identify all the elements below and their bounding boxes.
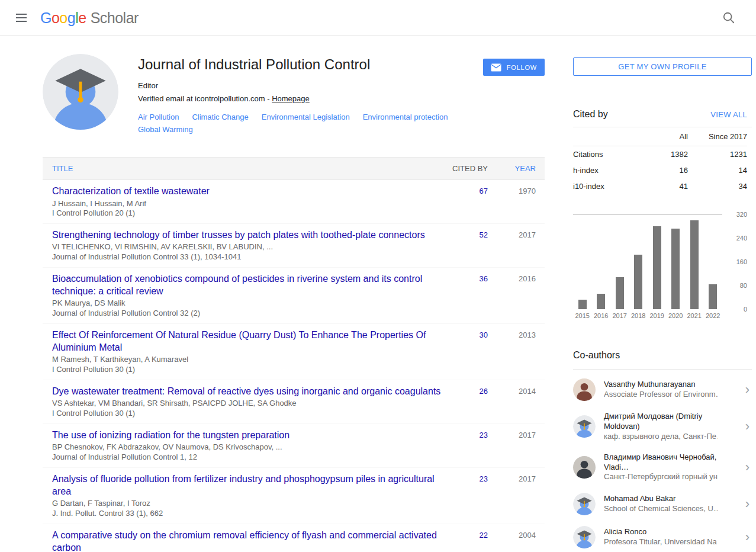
publication-title-link[interactable]: Characterization of textile wastewater	[52, 185, 443, 197]
coauthor-item[interactable]: Mohamad Abu Bakar School of Chemical Sci…	[573, 487, 752, 521]
google-scholar-logo[interactable]: Google Scholar	[40, 9, 139, 27]
sort-by-title[interactable]: TITLE	[52, 164, 443, 173]
publication-main: Characterization of textile wastewater J…	[52, 185, 449, 219]
stat-label: i10-index	[573, 182, 646, 191]
profile-name: Journal of Industrial Pollution Control	[138, 56, 483, 73]
chevron-right-icon: ›	[745, 383, 749, 396]
chart-bar[interactable]	[597, 294, 605, 309]
publication-authors: VI TELICHENKO, VI RIMSHIN, AV KARELSKII,…	[52, 242, 443, 252]
publication-main: Strengthening technology of timber truss…	[52, 229, 449, 262]
coauthor-avatar	[573, 378, 596, 401]
chart-y-label: 0	[744, 306, 747, 313]
coauthor-name[interactable]: Дмитрий Молдован (Dmitriy Moldovan)	[604, 412, 718, 432]
publication-row: Strengthening technology of timber truss…	[43, 224, 545, 268]
coauthor-item[interactable]: Дмитрий Молдован (Dmitriy Moldovan) каф.…	[573, 406, 752, 447]
coauthors-list: Vasanthy Muthunarayanan Associate Profes…	[573, 370, 752, 552]
menu-icon[interactable]	[9, 6, 33, 30]
homepage-link[interactable]: Homepage	[272, 94, 310, 103]
coauthor-name[interactable]: Vasanthy Muthunarayanan	[604, 380, 718, 390]
search-icon[interactable]	[718, 7, 739, 28]
coauthor-info: Владимир Иванович Чернобай, Vladi… Санкт…	[604, 452, 718, 483]
cited-by-count[interactable]: 36	[449, 272, 488, 319]
coauthor-info: Дмитрий Молдован (Dmitriy Moldovan) каф.…	[604, 412, 718, 442]
cited-by-count[interactable]: 23	[449, 429, 488, 463]
coauthor-name[interactable]: Владимир Иванович Чернобай, Vladi…	[604, 452, 718, 473]
publication-year: 1970	[488, 185, 536, 219]
coauthor-info: Vasanthy Muthunarayanan Associate Profes…	[604, 380, 718, 400]
chart-bar[interactable]	[616, 277, 624, 309]
cited-by-count[interactable]: 67	[449, 185, 488, 219]
stat-value-since[interactable]: 14	[688, 166, 747, 175]
chart-bar-slot	[592, 294, 611, 309]
interest-tag[interactable]: Environmental Legislation	[262, 111, 350, 124]
follow-button[interactable]: FOLLOW	[483, 59, 545, 76]
chart-bar[interactable]	[709, 284, 717, 309]
verified-email: Verified email at icontrolpollution.com …	[138, 94, 483, 103]
publication-venue: J. Ind. Pollut. Control 33 (1), 662	[52, 509, 443, 519]
chart-bar[interactable]	[653, 226, 661, 309]
interest-tag[interactable]: Environmental protection	[363, 111, 448, 124]
stat-value-since[interactable]: 1231	[688, 150, 747, 159]
stats-row-citations: Citations 1382 1231	[573, 146, 747, 162]
coauthor-affiliation: Санкт-Петербургский горный ун…	[604, 472, 718, 482]
sort-by-year[interactable]: YEAR	[488, 164, 536, 173]
view-all-link[interactable]: VIEW ALL	[710, 110, 747, 119]
chart-x-label: 2021	[685, 312, 704, 319]
stat-value-all[interactable]: 16	[646, 166, 688, 175]
interest-tag[interactable]: Climatic Change	[192, 111, 248, 124]
get-my-own-profile-button[interactable]: GET MY OWN PROFILE	[573, 57, 752, 76]
coauthor-name[interactable]: Mohamad Abu Bakar	[604, 494, 718, 504]
chart-bar[interactable]	[578, 300, 587, 309]
publication-title-link[interactable]: Analysis of fluoride pollution from fert…	[52, 473, 443, 498]
publication-title-link[interactable]: Bioaccumulation of xenobiotics compound …	[52, 272, 443, 297]
publication-row: Dye wastewater treatment: Removal of rea…	[43, 380, 545, 424]
logo-letter: o	[59, 9, 67, 26]
chart-main: 20152016201720182019202020212022	[573, 214, 722, 319]
cited-by-count[interactable]: 22	[449, 529, 488, 552]
logo-letter: e	[78, 9, 86, 26]
interest-tag[interactable]: Air Pollution	[138, 111, 179, 124]
sort-by-cited[interactable]: CITED BY	[443, 164, 488, 173]
cited-by-count[interactable]: 26	[449, 385, 488, 419]
chevron-right-icon: ›	[745, 531, 749, 544]
publication-main: Analysis of fluoride pollution from fert…	[52, 473, 449, 519]
publication-title-link[interactable]: Strengthening technology of timber truss…	[52, 229, 443, 241]
publication-year: 2004	[488, 529, 536, 552]
chart-bar[interactable]	[690, 220, 699, 309]
publication-main: Bioaccumulation of xenobiotics compound …	[52, 272, 449, 319]
citation-stats-table: All Since 2017 Citations 1382 1231 h-ind…	[573, 127, 752, 194]
publication-year: 2016	[488, 272, 536, 319]
coauthor-item[interactable]: Vasanthy Muthunarayanan Associate Profes…	[573, 373, 752, 406]
interest-tag[interactable]: Global Warming	[138, 124, 193, 136]
coauthor-info: Mohamad Abu Bakar School of Chemical Sci…	[604, 494, 718, 514]
top-bar: Google Scholar	[0, 0, 756, 36]
chart-bar[interactable]	[671, 229, 680, 309]
chart-x-label: 2020	[667, 312, 686, 319]
chart-bar[interactable]	[634, 255, 642, 309]
cited-by-heading: Cited by	[573, 109, 608, 120]
chart-x-labels: 20152016201720182019202020212022	[573, 312, 722, 319]
cited-by-count[interactable]: 23	[449, 473, 488, 519]
publications-header: TITLE CITED BY YEAR	[43, 157, 545, 180]
cited-by-count[interactable]: 52	[449, 229, 488, 262]
follow-label: FOLLOW	[507, 64, 537, 71]
profile-header: Journal of Industrial Pollution Control …	[43, 54, 545, 136]
coauthor-item[interactable]: Владимир Иванович Чернобай, Vladi… Санкт…	[573, 447, 752, 488]
coauthor-item[interactable]: Alicia Ronco Profesora Titular, Universi…	[573, 521, 752, 552]
profile-info: Journal of Industrial Pollution Control …	[138, 54, 483, 136]
chevron-right-icon: ›	[745, 498, 749, 511]
coauthor-avatar	[573, 456, 596, 479]
stats-header-row: All Since 2017	[573, 127, 747, 146]
stat-value-all[interactable]: 41	[646, 182, 688, 191]
coauthor-info: Alicia Ronco Profesora Titular, Universi…	[604, 527, 718, 547]
cited-by-count[interactable]: 30	[449, 329, 488, 375]
publication-title-link[interactable]: The use of ionizing radiation for the tu…	[52, 429, 443, 441]
publication-title-link[interactable]: Dye wastewater treatment: Removal of rea…	[52, 385, 443, 397]
stat-value-since[interactable]: 34	[688, 182, 747, 191]
coauthor-name[interactable]: Alicia Ronco	[604, 527, 718, 537]
stat-value-all[interactable]: 1382	[646, 150, 688, 159]
publication-year: 2014	[488, 385, 536, 419]
publication-title-link[interactable]: Effect Of Reinforcement Of Natural Resid…	[52, 329, 443, 354]
chart-y-label: 240	[736, 235, 747, 242]
publication-title-link[interactable]: A comparative study on the chromium remo…	[52, 529, 443, 552]
